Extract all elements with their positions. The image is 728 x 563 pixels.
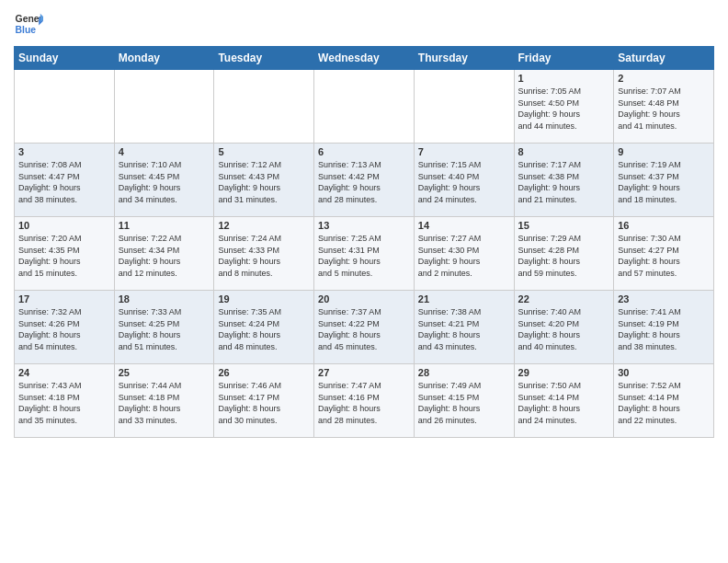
day-number: 22	[518, 293, 610, 304]
day-number: 20	[318, 293, 410, 304]
day-number: 28	[418, 367, 510, 378]
day-info: Sunrise: 7:41 AM Sunset: 4:19 PM Dayligh…	[618, 306, 710, 352]
calendar-cell: 10Sunrise: 7:20 AM Sunset: 4:35 PM Dayli…	[15, 217, 115, 291]
day-info: Sunrise: 7:37 AM Sunset: 4:22 PM Dayligh…	[318, 306, 410, 352]
calendar-cell: 12Sunrise: 7:24 AM Sunset: 4:33 PM Dayli…	[214, 217, 314, 291]
day-number: 12	[218, 220, 310, 231]
weekday-header-saturday: Saturday	[614, 47, 714, 70]
day-info: Sunrise: 7:46 AM Sunset: 4:17 PM Dayligh…	[218, 380, 310, 426]
day-number: 14	[418, 220, 510, 231]
day-info: Sunrise: 7:38 AM Sunset: 4:21 PM Dayligh…	[418, 306, 510, 352]
calendar-container: General Blue SundayMondayTuesdayWednesda…	[0, 0, 728, 447]
calendar-table: SundayMondayTuesdayWednesdayThursdayFrid…	[14, 46, 714, 438]
day-info: Sunrise: 7:20 AM Sunset: 4:35 PM Dayligh…	[18, 233, 110, 279]
calendar-cell: 15Sunrise: 7:29 AM Sunset: 4:28 PM Dayli…	[514, 217, 614, 291]
logo: General Blue	[14, 9, 47, 39]
day-number: 15	[518, 220, 610, 231]
header: General Blue	[14, 9, 714, 39]
calendar-cell: 6Sunrise: 7:13 AM Sunset: 4:42 PM Daylig…	[314, 144, 415, 217]
day-number: 10	[18, 220, 110, 231]
calendar-cell: 13Sunrise: 7:25 AM Sunset: 4:31 PM Dayli…	[314, 217, 415, 291]
weekday-header-tuesday: Tuesday	[214, 47, 314, 70]
day-info: Sunrise: 7:17 AM Sunset: 4:38 PM Dayligh…	[518, 159, 610, 205]
day-number: 7	[418, 146, 510, 157]
day-number: 17	[18, 293, 110, 304]
calendar-cell	[414, 70, 514, 144]
day-info: Sunrise: 7:50 AM Sunset: 4:14 PM Dayligh…	[518, 380, 610, 426]
day-number: 4	[119, 146, 210, 157]
calendar-cell: 8Sunrise: 7:17 AM Sunset: 4:38 PM Daylig…	[514, 144, 614, 217]
day-number: 3	[18, 146, 110, 157]
day-info: Sunrise: 7:05 AM Sunset: 4:50 PM Dayligh…	[518, 86, 610, 132]
calendar-cell: 22Sunrise: 7:40 AM Sunset: 4:20 PM Dayli…	[514, 291, 614, 364]
day-info: Sunrise: 7:52 AM Sunset: 4:14 PM Dayligh…	[618, 380, 710, 426]
day-number: 8	[518, 146, 610, 157]
day-number: 23	[618, 293, 710, 304]
calendar-cell: 28Sunrise: 7:49 AM Sunset: 4:15 PM Dayli…	[414, 364, 514, 438]
logo-icon: General Blue	[14, 9, 43, 39]
day-info: Sunrise: 7:33 AM Sunset: 4:25 PM Dayligh…	[119, 306, 210, 352]
calendar-cell: 11Sunrise: 7:22 AM Sunset: 4:34 PM Dayli…	[114, 217, 214, 291]
calendar-cell	[214, 70, 314, 144]
day-info: Sunrise: 7:13 AM Sunset: 4:42 PM Dayligh…	[318, 159, 410, 205]
calendar-cell: 3Sunrise: 7:08 AM Sunset: 4:47 PM Daylig…	[15, 144, 115, 217]
day-number: 16	[618, 220, 710, 231]
day-info: Sunrise: 7:07 AM Sunset: 4:48 PM Dayligh…	[618, 86, 710, 132]
calendar-cell	[114, 70, 214, 144]
day-number: 26	[218, 367, 310, 378]
weekday-header-thursday: Thursday	[414, 47, 514, 70]
calendar-cell: 16Sunrise: 7:30 AM Sunset: 4:27 PM Dayli…	[614, 217, 714, 291]
day-info: Sunrise: 7:19 AM Sunset: 4:37 PM Dayligh…	[618, 159, 710, 205]
day-number: 11	[119, 220, 210, 231]
calendar-cell: 14Sunrise: 7:27 AM Sunset: 4:30 PM Dayli…	[414, 217, 514, 291]
day-info: Sunrise: 7:32 AM Sunset: 4:26 PM Dayligh…	[18, 306, 110, 352]
day-number: 24	[18, 367, 110, 378]
day-info: Sunrise: 7:08 AM Sunset: 4:47 PM Dayligh…	[18, 159, 110, 205]
day-info: Sunrise: 7:27 AM Sunset: 4:30 PM Dayligh…	[418, 233, 510, 279]
weekday-header-friday: Friday	[514, 47, 614, 70]
day-number: 6	[318, 146, 410, 157]
day-info: Sunrise: 7:30 AM Sunset: 4:27 PM Dayligh…	[618, 233, 710, 279]
day-info: Sunrise: 7:47 AM Sunset: 4:16 PM Dayligh…	[318, 380, 410, 426]
calendar-cell: 26Sunrise: 7:46 AM Sunset: 4:17 PM Dayli…	[214, 364, 314, 438]
day-info: Sunrise: 7:44 AM Sunset: 4:18 PM Dayligh…	[119, 380, 210, 426]
day-number: 2	[618, 73, 710, 84]
calendar-cell: 20Sunrise: 7:37 AM Sunset: 4:22 PM Dayli…	[314, 291, 415, 364]
calendar-cell	[15, 70, 115, 144]
day-number: 27	[318, 367, 410, 378]
day-info: Sunrise: 7:35 AM Sunset: 4:24 PM Dayligh…	[218, 306, 310, 352]
calendar-cell: 21Sunrise: 7:38 AM Sunset: 4:21 PM Dayli…	[414, 291, 514, 364]
calendar-cell: 30Sunrise: 7:52 AM Sunset: 4:14 PM Dayli…	[614, 364, 714, 438]
calendar-cell	[314, 70, 415, 144]
day-info: Sunrise: 7:49 AM Sunset: 4:15 PM Dayligh…	[418, 380, 510, 426]
calendar-cell: 9Sunrise: 7:19 AM Sunset: 4:37 PM Daylig…	[614, 144, 714, 217]
day-info: Sunrise: 7:43 AM Sunset: 4:18 PM Dayligh…	[18, 380, 110, 426]
day-info: Sunrise: 7:12 AM Sunset: 4:43 PM Dayligh…	[218, 159, 310, 205]
day-number: 1	[518, 73, 610, 84]
day-info: Sunrise: 7:40 AM Sunset: 4:20 PM Dayligh…	[518, 306, 610, 352]
calendar-cell: 5Sunrise: 7:12 AM Sunset: 4:43 PM Daylig…	[214, 144, 314, 217]
calendar-cell: 4Sunrise: 7:10 AM Sunset: 4:45 PM Daylig…	[114, 144, 214, 217]
calendar-cell: 18Sunrise: 7:33 AM Sunset: 4:25 PM Dayli…	[114, 291, 214, 364]
day-info: Sunrise: 7:10 AM Sunset: 4:45 PM Dayligh…	[119, 159, 210, 205]
day-number: 19	[218, 293, 310, 304]
day-number: 9	[618, 146, 710, 157]
day-info: Sunrise: 7:22 AM Sunset: 4:34 PM Dayligh…	[119, 233, 210, 279]
weekday-header-wednesday: Wednesday	[314, 47, 415, 70]
calendar-cell: 17Sunrise: 7:32 AM Sunset: 4:26 PM Dayli…	[15, 291, 115, 364]
day-info: Sunrise: 7:25 AM Sunset: 4:31 PM Dayligh…	[318, 233, 410, 279]
day-number: 25	[119, 367, 210, 378]
weekday-header-sunday: Sunday	[15, 47, 115, 70]
calendar-cell: 29Sunrise: 7:50 AM Sunset: 4:14 PM Dayli…	[514, 364, 614, 438]
calendar-cell: 27Sunrise: 7:47 AM Sunset: 4:16 PM Dayli…	[314, 364, 415, 438]
calendar-cell: 1Sunrise: 7:05 AM Sunset: 4:50 PM Daylig…	[514, 70, 614, 144]
day-number: 13	[318, 220, 410, 231]
day-number: 18	[119, 293, 210, 304]
day-number: 21	[418, 293, 510, 304]
calendar-cell: 23Sunrise: 7:41 AM Sunset: 4:19 PM Dayli…	[614, 291, 714, 364]
day-info: Sunrise: 7:24 AM Sunset: 4:33 PM Dayligh…	[218, 233, 310, 279]
day-info: Sunrise: 7:15 AM Sunset: 4:40 PM Dayligh…	[418, 159, 510, 205]
calendar-cell: 24Sunrise: 7:43 AM Sunset: 4:18 PM Dayli…	[15, 364, 115, 438]
svg-text:Blue: Blue	[16, 25, 37, 35]
day-number: 5	[218, 146, 310, 157]
